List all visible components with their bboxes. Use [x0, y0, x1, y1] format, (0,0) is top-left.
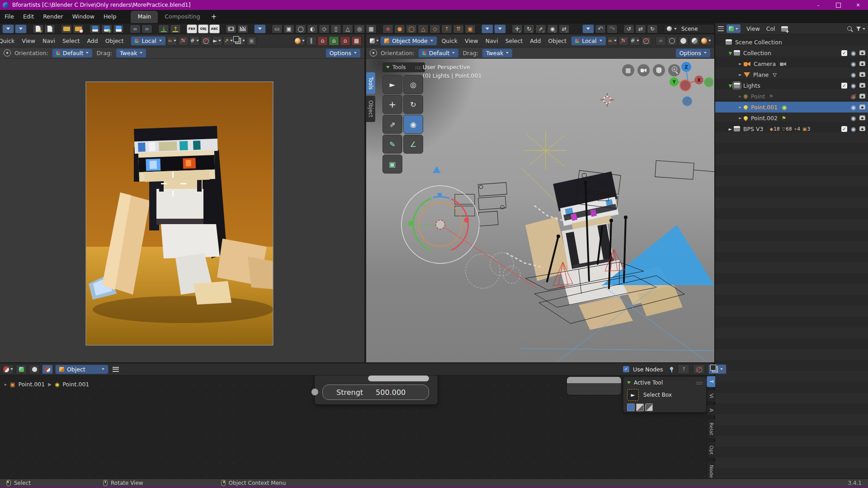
gap[interactable]	[377, 24, 382, 33]
row-point[interactable]: ► Point	[715, 91, 868, 102]
add-image-button[interactable]: ▣	[465, 24, 476, 33]
outliner-menu-view[interactable]: View	[743, 24, 763, 33]
menu-help[interactable]: Help	[99, 11, 121, 23]
display-mode-dropdown[interactable]	[726, 24, 741, 33]
add-empty-cone-button[interactable]: △	[418, 24, 429, 33]
overlay-dropdown[interactable]	[708, 364, 726, 374]
ne-tab-arrange[interactable]: A	[707, 404, 715, 416]
hide-render-toggle[interactable]	[859, 49, 866, 56]
scale-apply-button[interactable]: ⇗	[535, 24, 546, 33]
shader-type-object-button[interactable]	[42, 365, 53, 374]
partial-node[interactable]	[566, 376, 622, 395]
ne-tab-tool[interactable]: T	[707, 376, 715, 387]
repeat-history-button[interactable]: ↻	[647, 24, 658, 33]
vpr-menu-view[interactable]: View	[461, 36, 482, 46]
add-torus-button[interactable]: ◎	[354, 24, 365, 33]
open-recent-button[interactable]	[73, 24, 84, 33]
drag-dropdown[interactable]: Tweak	[116, 48, 146, 58]
row-point-001[interactable]: ► Point.001	[715, 102, 868, 113]
render-image-button[interactable]	[226, 24, 236, 33]
gap[interactable]	[571, 24, 581, 33]
transform-orientation-dropdown[interactable]: Local	[571, 36, 606, 46]
cursor-tool[interactable]: ◎	[403, 75, 423, 94]
move-apply-button[interactable]: +	[512, 24, 523, 33]
disclosure-triangle[interactable]: ►	[737, 94, 744, 99]
mode-dropdown[interactable]: Object Mode	[380, 36, 437, 46]
vpl-menu-object[interactable]: Object	[102, 36, 127, 46]
add-cylinder-button[interactable]: ▯	[330, 24, 341, 33]
editor-menu-icon[interactable]	[113, 367, 119, 372]
node-input-socket[interactable]	[311, 388, 319, 396]
gap[interactable]	[153, 24, 157, 33]
ne-tab-view[interactable]: Vi	[707, 389, 715, 402]
add-circle-button[interactable]: ◯	[295, 24, 306, 33]
gap[interactable]	[182, 24, 186, 33]
hide-viewport-toggle[interactable]	[849, 114, 857, 122]
disclosure-triangle[interactable]: ▼	[727, 83, 734, 88]
close-button[interactable]: ✕	[848, 0, 868, 10]
vpr-menu-select[interactable]: Select	[502, 36, 527, 46]
annotate-tool[interactable]: ✎	[382, 135, 402, 154]
import-button[interactable]: ↓	[158, 24, 169, 33]
snap-target-dropdown[interactable]: #	[630, 36, 640, 46]
gizmo-dropdown[interactable]: ↗	[223, 36, 234, 46]
rotate-tool[interactable]: ↻	[403, 95, 423, 114]
hide-viewport-toggle[interactable]	[849, 71, 857, 78]
new-window-button[interactable]	[44, 24, 55, 33]
add-uvsphere-button[interactable]: ◐	[307, 24, 318, 33]
ne-tab-options[interactable]: Opt	[707, 441, 715, 459]
camera-view-button[interactable]	[637, 64, 650, 76]
gap[interactable]	[85, 24, 89, 33]
shading-rendered-dropdown[interactable]	[294, 36, 305, 46]
proportional-edit-toggle[interactable]: ✎	[178, 36, 189, 46]
pause-render-button[interactable]: ‖	[306, 36, 316, 46]
pin-icon[interactable]	[669, 366, 674, 372]
outliner-search-icon[interactable]	[846, 25, 854, 33]
disclosure-triangle[interactable]: ▼	[727, 51, 734, 56]
checkbox-toggle[interactable]	[840, 49, 848, 56]
axis-gizmo[interactable]: Z Y X	[659, 60, 713, 108]
export-button[interactable]: ↑	[170, 24, 181, 33]
outliner-menu-col[interactable]: Col	[763, 24, 778, 33]
scale-tool[interactable]: ⇗	[382, 115, 402, 134]
orientation-default-dropdown[interactable]: Default	[52, 48, 93, 58]
export-abc-button[interactable]: ABC	[209, 24, 220, 33]
undo-history-button[interactable]: ↺	[623, 24, 634, 33]
falloff-toggle[interactable]: ◯	[641, 36, 651, 46]
save-button[interactable]	[90, 24, 100, 33]
gap[interactable]	[618, 24, 623, 33]
vpl-menu-add[interactable]: Add	[83, 36, 101, 46]
select-mode-dropdown[interactable]: ►	[212, 36, 222, 46]
filter-dropdown[interactable]	[856, 27, 865, 31]
new-collection-button[interactable]	[781, 26, 788, 32]
row-point-002[interactable]: ► Point.002	[715, 113, 868, 123]
gap[interactable]	[659, 24, 663, 33]
render-animation-button[interactable]	[237, 24, 248, 33]
maximize-button[interactable]	[828, 0, 848, 10]
node-color-field[interactable]	[368, 375, 429, 381]
node-strength-field[interactable]: Strengt 500.000	[322, 385, 429, 400]
save-as-button[interactable]	[101, 24, 112, 33]
add-plane-button[interactable]: ▭	[272, 24, 283, 33]
add-empty-cube-button[interactable]: ◇	[429, 24, 440, 33]
add-metaball-button[interactable]: ●	[394, 24, 405, 33]
overlay-dropdown[interactable]	[235, 36, 245, 46]
link-toggle[interactable]: ∞	[656, 36, 666, 46]
shader-type-world-button[interactable]	[29, 365, 40, 374]
hide-viewport-toggle[interactable]	[849, 82, 857, 89]
hide-render-toggle[interactable]	[859, 71, 866, 78]
drag-grip-icon[interactable]	[415, 66, 421, 69]
row-plane[interactable]: ► Plane	[715, 69, 868, 80]
row-lights[interactable]: ▼ Lights	[715, 80, 868, 91]
rotate-apply-button[interactable]: ↻	[524, 24, 534, 33]
menu-edit[interactable]: Edit	[19, 11, 38, 23]
proportional-falloff-toggle[interactable]: ◯	[201, 36, 211, 46]
tweak-select-tool[interactable]: ►	[382, 75, 402, 94]
vpl-menu-view[interactable]: View	[18, 36, 39, 46]
append-button[interactable]: ∞	[142, 24, 152, 33]
hide-render-toggle[interactable]	[859, 114, 866, 122]
gap[interactable]	[56, 24, 60, 33]
hide-viewport-toggle[interactable]	[849, 60, 857, 67]
mirror-apply-button[interactable]: ⇄	[559, 24, 570, 33]
disclosure-triangle[interactable]: ►	[737, 72, 744, 77]
